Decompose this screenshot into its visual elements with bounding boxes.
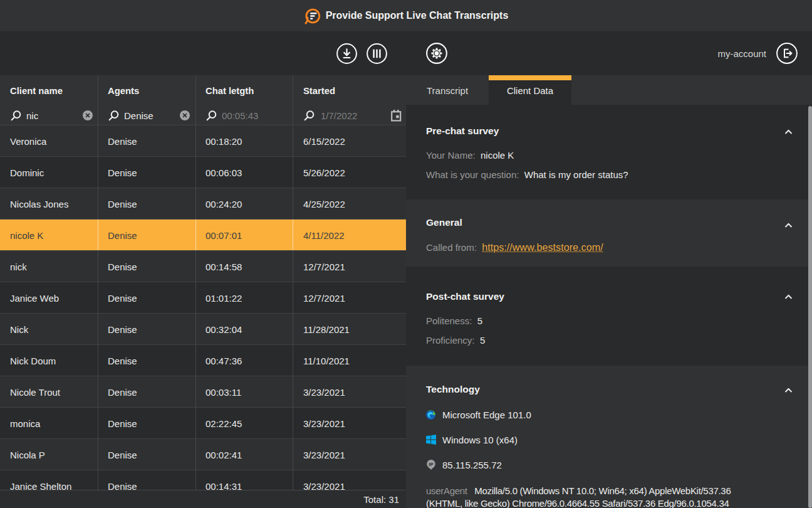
svg-text:IP: IP (429, 462, 434, 467)
